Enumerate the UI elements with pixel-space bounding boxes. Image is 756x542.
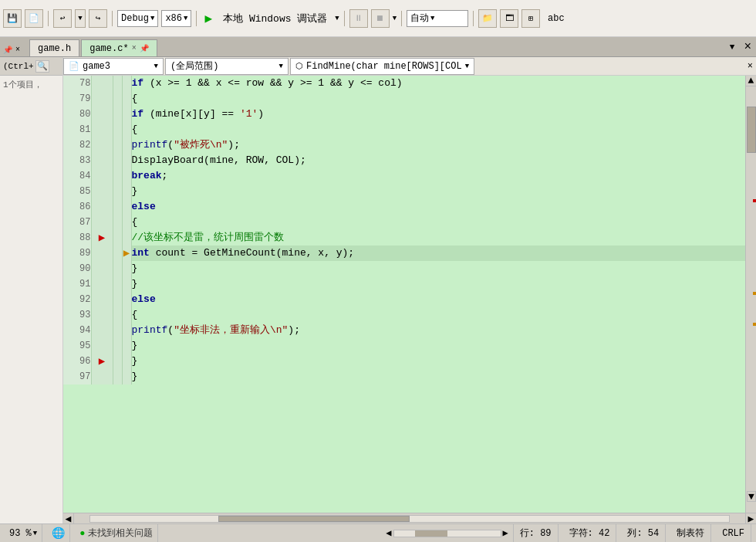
gutter1-83[interactable] <box>91 153 113 168</box>
breakpoint-icon: ▶ <box>92 230 113 246</box>
status-ok-icon: ● <box>79 528 85 539</box>
nav-right-button[interactable]: ▶ <box>503 527 508 539</box>
tab-pin-icon[interactable]: 📌 <box>140 44 149 53</box>
zoom-status[interactable]: 93 % ▼ <box>5 524 42 542</box>
arch-dropdown[interactable]: x86 ▼ <box>161 10 191 27</box>
auto-dropdown[interactable]: 自动 ▼ <box>407 10 468 27</box>
code-content-86[interactable]: else <box>131 199 745 215</box>
gutter1-91[interactable] <box>91 276 113 292</box>
auto-label: 自动 <box>410 12 429 25</box>
gutter1-92[interactable] <box>91 292 113 307</box>
scroll-thumb[interactable] <box>747 107 756 153</box>
run-button[interactable]: ▶ <box>201 11 215 26</box>
code-content-82[interactable]: printf("被炸死\n"); <box>131 137 745 153</box>
tab-overflow-button[interactable]: ▼ <box>725 42 740 52</box>
vertical-scrollbar[interactable]: ▲ ▼ <box>745 76 756 513</box>
search-input-box[interactable]: 🔍 <box>35 60 49 73</box>
gutter1-95[interactable] <box>91 338 113 354</box>
gutter1-80[interactable] <box>91 107 113 122</box>
undo-button[interactable]: ↩ <box>53 9 72 28</box>
code-content-87[interactable]: { <box>131 215 745 230</box>
gutter1-86[interactable] <box>91 199 113 215</box>
scroll-down-button[interactable]: ▼ <box>747 491 756 502</box>
code-line-82: 82 printf("被炸死\n"); <box>63 137 745 153</box>
scroll-left-button[interactable]: ◀ <box>63 513 74 524</box>
code-content-79[interactable]: { <box>131 91 745 107</box>
code-content-93[interactable]: { <box>131 307 745 323</box>
separator <box>48 11 49 26</box>
gutter1-79[interactable] <box>91 91 113 107</box>
function-scope-dropdown[interactable]: ⬡ FindMine(char mine[ROWS][COL ▼ <box>290 58 474 75</box>
code-content-85[interactable]: } <box>131 184 745 199</box>
gutter2-95 <box>113 338 122 354</box>
horizontal-scrollbar[interactable]: ◀ ▶ <box>63 513 756 523</box>
header-close-button[interactable]: × <box>744 61 756 72</box>
code-content-91[interactable]: } <box>131 276 745 292</box>
gutter1-93[interactable] <box>91 307 113 323</box>
gutter1-90[interactable] <box>91 261 113 276</box>
code-content-94[interactable]: printf("坐标非法，重新输入\n"); <box>131 323 745 338</box>
save-button[interactable]: 💾 <box>3 9 22 28</box>
window-button[interactable]: 🗔 <box>500 9 518 28</box>
code-content-96[interactable]: } <box>131 354 745 369</box>
nav-thumb[interactable] <box>415 530 447 537</box>
gutter1-97[interactable] <box>91 369 113 384</box>
gutter1-85[interactable] <box>91 184 113 199</box>
folder-button[interactable]: 📁 <box>478 9 497 28</box>
code-content-97[interactable]: } <box>131 369 745 384</box>
search-shortcut: (Ctrl+ <box>3 62 34 71</box>
gutter1-84[interactable] <box>91 168 113 184</box>
close-game-c-icon[interactable]: × <box>132 44 137 53</box>
gutter2-91 <box>113 276 122 292</box>
code-content-88[interactable]: //该坐标不是雷，统计周围雷个数 <box>131 230 745 246</box>
code-content-78[interactable]: if (x >= 1 && x <= row && y >= 1 && y <=… <box>131 76 745 91</box>
gutter3-96 <box>122 354 131 369</box>
pin-icon[interactable]: 📌 <box>3 46 14 56</box>
redo-button[interactable]: ↪ <box>89 9 107 28</box>
tab-game-h[interactable]: game.h <box>29 39 79 56</box>
gutter1-78[interactable] <box>91 76 113 91</box>
nav-left-button[interactable]: ◀ <box>386 527 391 539</box>
stop-dropdown[interactable]: ▼ <box>393 15 397 22</box>
hscroll-thumb[interactable] <box>218 516 410 522</box>
code-content-80[interactable]: if (mine[x][y] == '1') <box>131 107 745 122</box>
gutter2-79 <box>113 91 122 107</box>
code-line-88: 88▶ //该坐标不是雷，统计周围雷个数 <box>63 230 745 246</box>
close-editor-button[interactable]: × <box>739 40 756 54</box>
gutter1-82[interactable] <box>91 137 113 153</box>
gutter1-81[interactable] <box>91 122 113 137</box>
tab-game-c[interactable]: game.c* × 📌 <box>81 39 157 56</box>
code-content-81[interactable]: { <box>131 122 745 137</box>
gutter1-94[interactable] <box>91 323 113 338</box>
code-area: 📄 game3 ▼ (全局范围) ▼ ⬡ FindMine(char mine[… <box>63 57 756 523</box>
line-number-97: 97 <box>63 369 91 384</box>
stop-button[interactable]: ⏹ <box>371 9 390 28</box>
code-content-92[interactable]: else <box>131 292 745 307</box>
debug-config-dropdown[interactable]: Debug ▼ <box>117 10 158 27</box>
gutter1-88[interactable]: ▶ <box>91 230 113 246</box>
scroll-marker-2 <box>753 292 756 295</box>
code-content-90[interactable]: } <box>131 261 745 276</box>
code-content-95[interactable]: } <box>131 338 745 354</box>
code-content-84[interactable]: break; <box>131 168 745 184</box>
gutter1-96[interactable]: ▶ <box>91 354 113 369</box>
scroll-right-button[interactable]: ▶ <box>745 513 756 524</box>
code-line-90: 90 } <box>63 261 745 276</box>
gutter1-89[interactable] <box>91 246 113 261</box>
float-icon[interactable]: × <box>15 46 26 56</box>
global-scope-dropdown[interactable]: (全局范围) ▼ <box>165 58 289 75</box>
layout-button[interactable]: ⊞ <box>521 9 540 28</box>
pause-button[interactable]: ⏸ <box>349 9 368 28</box>
code-content-83[interactable]: DisplayBoard(mine, ROW, COL); <box>131 153 745 168</box>
gutter3-92 <box>122 292 131 307</box>
file-scope-dropdown[interactable]: 📄 game3 ▼ <box>63 58 164 75</box>
nav-buttons: ◀ ▶ <box>386 527 508 539</box>
run-dropdown[interactable]: ▼ <box>335 15 339 22</box>
gutter3-82 <box>122 137 131 153</box>
new-file-button[interactable]: 📄 <box>25 9 43 28</box>
lang-icon[interactable]: 🌐 <box>47 524 70 542</box>
scroll-up-button[interactable]: ▲ <box>746 76 756 86</box>
undo-dropdown[interactable]: ▼ <box>75 9 86 28</box>
code-content-89[interactable]: int count = GetMineCount(mine, x, y); <box>131 246 745 261</box>
gutter1-87[interactable] <box>91 215 113 230</box>
